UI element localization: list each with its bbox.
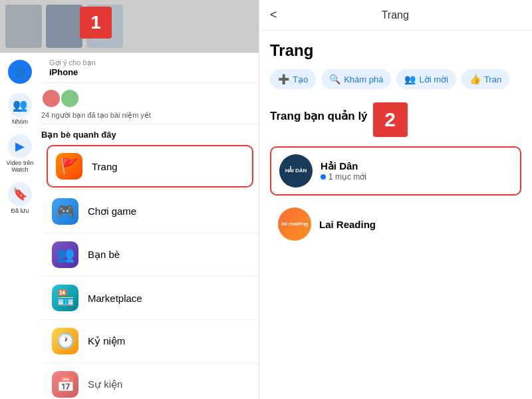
- tabs-row: ➕ Tạo 🔍 Khám phá 👥 Lời mời 👍 Tran: [270, 69, 521, 89]
- tran-icon: 👍: [469, 74, 481, 84]
- avatar-icon: 👤: [8, 60, 32, 84]
- loi-moi-icon: 👥: [404, 74, 416, 84]
- hai-dan-dot: [321, 174, 326, 180]
- ky-niem-label: Kỷ niệm: [88, 335, 125, 347]
- photo-strip: [0, 0, 259, 53]
- photo-thumb-2: [46, 5, 82, 48]
- sidebar-item-daluu[interactable]: 🔖 Đã lưu: [8, 182, 32, 214]
- menu-item-marketplace[interactable]: 🏪 Marketplace: [41, 277, 259, 320]
- hai-dan-logo-text: HẢI DÂN: [285, 168, 307, 174]
- video-label: Video trên Watch: [0, 160, 40, 173]
- menu-item-choi-game[interactable]: 🎮 Chơi game: [41, 190, 259, 233]
- video-icon: ▶: [8, 134, 32, 158]
- su-kien-label: Sự kiện: [88, 378, 122, 390]
- choi-game-label: Chơi game: [88, 205, 136, 217]
- section-title: Trang bạn quản lý: [270, 109, 368, 123]
- tab-tran[interactable]: 👍 Tran: [462, 69, 509, 89]
- photo-thumb-1: [5, 5, 42, 48]
- profile-info: Gợi ý cho bạn iPhone: [49, 59, 251, 77]
- sidebar-item-video[interactable]: ▶ Video trên Watch: [0, 134, 40, 173]
- friends-text: 24 người bạn đã tạo bài niệm yết: [41, 111, 249, 120]
- kham-pha-label: Khám phá: [344, 74, 383, 84]
- step2-badge: 2: [373, 102, 408, 137]
- lai-reading-info: Lai Reading: [319, 219, 513, 230]
- profile-row: Gợi ý cho bạn iPhone: [41, 53, 259, 83]
- choi-game-icon: 🎮: [52, 198, 78, 225]
- menu-item-su-kien[interactable]: 📅 Sự kiện: [41, 363, 259, 399]
- loi-moi-label: Lời mời: [419, 74, 448, 84]
- kham-pha-icon: 🔍: [329, 74, 340, 84]
- hai-dan-info: Hải Dân 1 mục mới: [321, 160, 512, 182]
- suggestion-label: Gợi ý cho bạn: [49, 59, 251, 67]
- marketplace-icon: 🏪: [52, 285, 78, 311]
- menu-item-ky-niem[interactable]: 🕐 Kỷ niệm: [41, 320, 259, 363]
- friend-avatar-2: [60, 88, 80, 108]
- back-button[interactable]: <: [270, 8, 277, 22]
- right-header: < Trang: [259, 0, 532, 31]
- left-content-area: Gợi ý cho bạn iPhone 24 người bạn đã tạo…: [41, 53, 259, 399]
- tab-kham-pha[interactable]: 🔍 Khám phá: [321, 69, 391, 89]
- menu-item-trang[interactable]: 🚩 Trang: [47, 145, 253, 188]
- hai-dan-logo: HẢI DÂN: [279, 154, 313, 188]
- right-content: Trang ➕ Tạo 🔍 Khám phá 👥 Lời mời 👍 Tran …: [259, 31, 532, 399]
- daluu-icon: 🔖: [8, 182, 32, 206]
- step1-badge: 1: [80, 7, 112, 39]
- marketplace-label: Marketplace: [88, 293, 142, 304]
- trang-icon: 🚩: [56, 153, 82, 180]
- su-kien-icon: 📅: [52, 371, 78, 398]
- page-main-title: Trang: [270, 41, 521, 60]
- tab-tao[interactable]: ➕ Tạo: [270, 69, 316, 89]
- hai-dan-name: Hải Dân: [321, 160, 512, 172]
- ky-niem-icon: 🕐: [52, 328, 78, 354]
- lai-reading-name: Lai Reading: [319, 219, 513, 230]
- daluu-label: Đã lưu: [11, 207, 29, 214]
- tao-label: Tạo: [293, 74, 308, 84]
- profile-name: iPhone: [49, 67, 251, 77]
- page-card-lai-reading[interactable]: lai reading Lai Reading: [270, 201, 521, 247]
- menu-list: 🚩 Trang 🎮 Chơi game 👥 Bạn bè 🏪 Marketpla…: [41, 142, 259, 399]
- right-panel: < Trang Trang ➕ Tạo 🔍 Khám phá 👥 Lời mời…: [259, 0, 532, 399]
- menu-item-ban-be[interactable]: 👥 Bạn bè: [41, 233, 259, 277]
- hai-dan-sub: 1 mục mới: [321, 172, 512, 182]
- nhom-label: Nhóm: [12, 118, 28, 125]
- tab-loi-moi[interactable]: 👥 Lời mời: [396, 69, 456, 89]
- left-panel: 1 👤 👥 Nhóm ▶ Video trên Watch 🔖 Đã lưu G…: [0, 0, 259, 399]
- sidebar-item-nhom[interactable]: 👥 Nhóm: [8, 93, 32, 125]
- lai-reading-logo: lai reading: [278, 207, 311, 241]
- lai-reading-logo-text: lai reading: [281, 221, 308, 227]
- nearby-label: Bạn bè quanh đây: [41, 124, 259, 142]
- right-header-title: Trang: [285, 9, 505, 21]
- sidebar-item-avatar[interactable]: 👤: [8, 60, 32, 84]
- tao-icon: ➕: [278, 74, 289, 84]
- ban-be-icon: 👥: [52, 241, 78, 268]
- trang-label: Trang: [92, 161, 118, 172]
- nhom-icon: 👥: [8, 93, 32, 117]
- ban-be-label: Bạn bè: [88, 249, 120, 261]
- friend-avatar-1: [41, 88, 61, 108]
- left-sidebar: 👤 👥 Nhóm ▶ Video trên Watch 🔖 Đã lưu: [0, 53, 40, 214]
- tran-label: Tran: [484, 74, 501, 84]
- page-card-hai-dan[interactable]: HẢI DÂN Hải Dân 1 mục mới: [270, 146, 521, 196]
- friends-row: [41, 88, 249, 108]
- friends-suggestion: 24 người bạn đã tạo bài niệm yết: [41, 83, 259, 124]
